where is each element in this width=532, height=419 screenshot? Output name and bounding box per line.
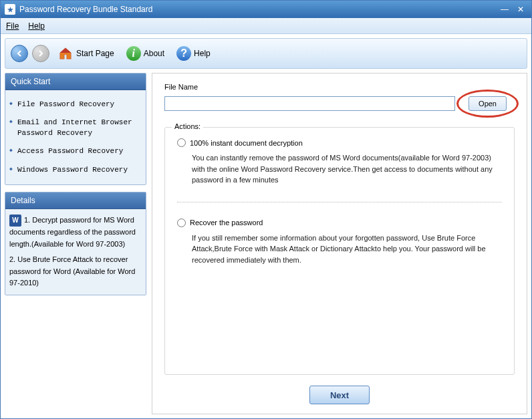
- content-area: Quick Start File Password Recovery Email…: [1, 73, 531, 418]
- sidebar: Quick Start File Password Recovery Email…: [5, 73, 146, 414]
- details-item-2: 2. Use Brute Force Attack to recover pas…: [9, 255, 135, 287]
- info-icon: i: [126, 46, 141, 61]
- quick-start-list: File Password Recovery Email and Interne…: [9, 96, 142, 179]
- start-page-button[interactable]: Start Page: [53, 44, 118, 63]
- actions-group: Actions: 100% instant document decryptio…: [164, 127, 515, 375]
- option1-desc: You can instantly remove the password of…: [177, 152, 502, 186]
- toolbar: Start Page i About ? Help: [5, 38, 527, 69]
- file-name-label: File Name: [164, 83, 515, 91]
- details-item-1: 1. Decrypt password for MS Word document…: [9, 216, 136, 248]
- separator: [177, 202, 502, 202]
- option1-label: 100% instant document decryption: [190, 139, 303, 147]
- option-instant-decryption: 100% instant document decryption You can…: [177, 138, 502, 186]
- actions-label: Actions:: [172, 122, 203, 130]
- file-row: Open: [164, 94, 515, 114]
- close-button[interactable]: ✕: [514, 4, 527, 15]
- titlebar[interactable]: ★ Password Recovery Bundle Standard — ✕: [1, 1, 531, 18]
- option2-desc: If you still remember some information a…: [177, 233, 502, 266]
- radio-instant-decryption[interactable]: [177, 138, 186, 147]
- main-panel: File Name Open Actions: 100% instant doc…: [152, 73, 527, 414]
- qs-item-windows-recovery[interactable]: Windows Password Recovery: [9, 161, 142, 179]
- option-recover-password: Recover the password If you still rememb…: [177, 219, 502, 266]
- next-row: Next: [164, 386, 515, 404]
- about-button[interactable]: i About: [122, 45, 168, 62]
- app-window: ★ Password Recovery Bundle Standard — ✕ …: [0, 0, 532, 419]
- nav-back-button[interactable]: [11, 45, 28, 62]
- about-label: About: [144, 49, 164, 58]
- help-label: Help: [194, 49, 211, 58]
- start-page-label: Start Page: [76, 49, 114, 58]
- option2-label: Recover the password: [190, 219, 263, 227]
- radio-recover-password[interactable]: [177, 219, 186, 227]
- window-title: Password Recovery Bundle Standard: [19, 5, 495, 14]
- help-button[interactable]: ? Help: [172, 45, 215, 62]
- qs-item-email-browser[interactable]: Email and Internet Browser Password Reco…: [9, 114, 142, 142]
- help-icon: ?: [176, 46, 191, 61]
- details-body: W1. Decrypt password for MS Word documen…: [5, 209, 146, 295]
- menu-help[interactable]: Help: [28, 21, 45, 31]
- open-button-highlight: Open: [460, 94, 515, 114]
- details-panel: Details W1. Decrypt password for MS Word…: [5, 192, 146, 295]
- menu-file[interactable]: File: [6, 21, 19, 31]
- home-icon: [57, 45, 74, 61]
- word-icon: W: [9, 215, 21, 227]
- next-button[interactable]: Next: [309, 386, 370, 404]
- app-icon: ★: [5, 4, 15, 15]
- quick-start-header: Quick Start: [5, 74, 146, 90]
- details-header: Details: [5, 192, 146, 209]
- minimize-button[interactable]: —: [498, 4, 511, 15]
- open-button[interactable]: Open: [469, 96, 507, 111]
- qs-item-access-recovery[interactable]: Access Password Recovery: [9, 142, 142, 160]
- nav-forward-button: [32, 45, 49, 62]
- quick-start-panel: Quick Start File Password Recovery Email…: [5, 73, 146, 185]
- qs-item-file-recovery[interactable]: File Password Recovery: [9, 96, 142, 114]
- menubar: File Help: [1, 18, 531, 34]
- file-name-input[interactable]: [164, 96, 455, 111]
